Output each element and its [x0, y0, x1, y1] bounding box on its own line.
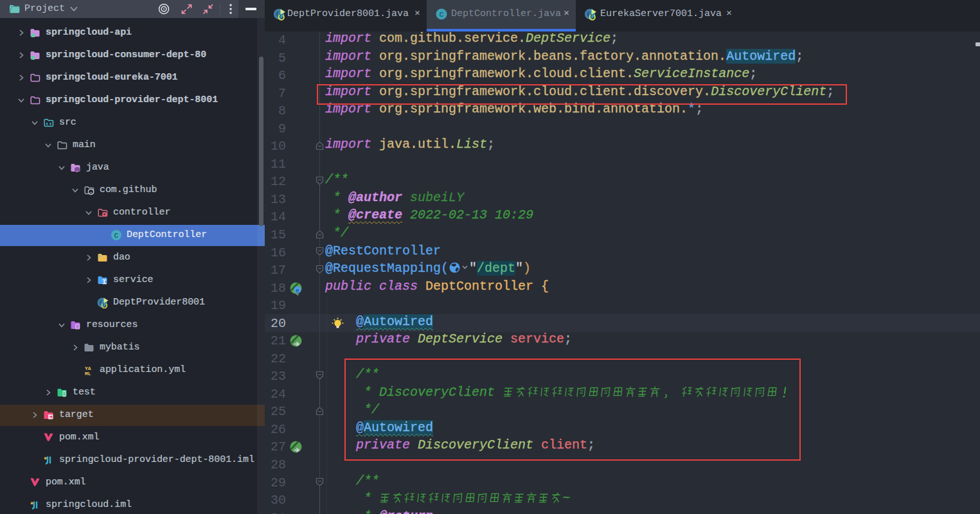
svg-text:ML: ML: [85, 371, 91, 377]
svg-text:C: C: [114, 232, 118, 240]
svg-text:C: C: [440, 10, 444, 19]
svg-text:e: e: [296, 288, 299, 294]
